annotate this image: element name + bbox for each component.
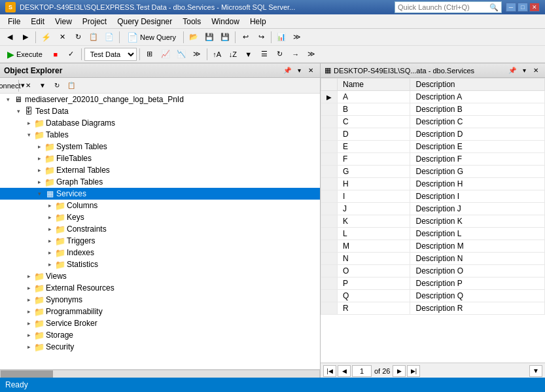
include-actual-plan-button[interactable]: 📈	[158, 47, 173, 62]
tree-area[interactable]: ▾ 🖥 mediaserver_202010_change_log_beta_P…	[0, 94, 320, 369]
refresh-button[interactable]: ↻	[71, 30, 85, 45]
properties-button[interactable]: 📄	[102, 30, 116, 45]
menu-project[interactable]: Project	[77, 16, 112, 27]
oe-refresh-button[interactable]: ↻	[50, 79, 63, 92]
table-row[interactable]: ODescription O	[321, 265, 545, 277]
include-client-stats-button[interactable]: 📉	[174, 47, 188, 62]
toggle-system-tables[interactable]: ▸	[34, 141, 44, 152]
filter-button[interactable]: ▼	[241, 47, 256, 62]
view-results-button[interactable]: 📊	[274, 30, 289, 45]
toggle-db-diagrams[interactable]: ▸	[24, 118, 34, 128]
menu-window[interactable]: Window	[206, 16, 245, 27]
restore-button[interactable]: □	[518, 3, 528, 12]
table-row[interactable]: CDescription C	[321, 116, 545, 128]
tree-item-synonyms[interactable]: ▸ 📁 Synonyms	[0, 294, 320, 306]
table-row[interactable]: EDescription E	[321, 141, 545, 153]
open-file-button[interactable]: 📂	[186, 30, 201, 45]
tree-item-views[interactable]: ▸ 📁 Views	[0, 270, 320, 282]
tree-item-statistics[interactable]: ▸ 📁 Statistics	[0, 258, 320, 270]
tree-item-filetables[interactable]: ▸ 📁 FileTables	[0, 152, 320, 164]
tree-item-system-tables[interactable]: ▸ 📁 System Tables	[0, 141, 320, 152]
nav-first-button[interactable]: |◀	[323, 365, 336, 377]
refresh-data-button[interactable]: ↻	[273, 47, 287, 62]
quick-launch-input[interactable]	[395, 3, 487, 11]
tree-item-testdata[interactable]: ▾ 🗄 Test Data	[0, 105, 320, 117]
grid-filter-button[interactable]: ▼	[529, 365, 542, 377]
tree-item-columns[interactable]: ▸ 📁 Columns	[0, 200, 320, 211]
sort-asc-button[interactable]: ↑A	[210, 47, 224, 62]
tree-item-server1[interactable]: ▾ 🖥 mediaserver_202010_change_log_beta_P…	[0, 94, 320, 105]
table-row[interactable]: IDescription I	[321, 190, 545, 203]
toggle-filetables[interactable]: ▸	[34, 153, 44, 164]
tree-item-external-resources[interactable]: ▸ 📁 External Resources	[0, 282, 320, 294]
menu-file[interactable]: File	[3, 16, 26, 27]
extra-button[interactable]: ≫	[304, 47, 319, 62]
menu-edit[interactable]: Edit	[26, 16, 50, 27]
menu-help[interactable]: Help	[245, 16, 272, 27]
tree-item-keys[interactable]: ▸ 📁 Keys	[0, 211, 320, 223]
table-row[interactable]: DDescription D	[321, 128, 545, 141]
results-more-button[interactable]: ≫	[190, 47, 204, 62]
table-row[interactable]: NDescription N	[321, 253, 545, 265]
toggle-views[interactable]: ▸	[24, 271, 34, 281]
save-all-button[interactable]: 💾	[218, 30, 232, 45]
toggle-security[interactable]: ▸	[24, 342, 34, 352]
table-row[interactable]: FDescription F	[321, 153, 545, 166]
toggle-indexes[interactable]: ▸	[44, 247, 55, 258]
parse-button[interactable]: ✓	[64, 47, 79, 62]
toggle-graph-tables[interactable]: ▸	[34, 177, 44, 187]
table-row[interactable]: MDescription M	[321, 240, 545, 253]
back-button[interactable]: ◀	[3, 30, 17, 45]
minimize-button[interactable]: ─	[506, 3, 516, 12]
table-row[interactable]: BDescription B	[321, 103, 545, 116]
group-button[interactable]: ☰	[257, 47, 272, 62]
sort-desc-button[interactable]: ↓Z	[226, 47, 240, 62]
table-row[interactable]: KDescription K	[321, 215, 545, 228]
tree-item-security[interactable]: ▸ 📁 Security	[0, 341, 320, 353]
stop-button[interactable]: ■	[48, 47, 63, 62]
redo-button[interactable]: ↪	[254, 30, 268, 45]
nav-last-button[interactable]: ▶|	[407, 365, 420, 377]
menu-tools[interactable]: Tools	[177, 16, 206, 27]
tree-item-tables[interactable]: ▾ 📁 Tables	[0, 129, 320, 141]
toggle-statistics[interactable]: ▸	[44, 259, 55, 270]
table-row[interactable]: PDescription P	[321, 277, 545, 290]
connect-button[interactable]: ⚡	[39, 30, 54, 45]
tree-item-indexes[interactable]: ▸ 📁 Indexes	[0, 247, 320, 258]
menu-query-designer[interactable]: Query Designer	[112, 16, 177, 27]
execute-button[interactable]: ▶ Execute	[3, 47, 47, 62]
page-input[interactable]	[352, 365, 372, 377]
tree-item-graph-tables[interactable]: ▸ 📁 Graph Tables	[0, 176, 320, 188]
toggle-programmability[interactable]: ▸	[24, 306, 34, 317]
oe-filter-button[interactable]: ▼	[36, 79, 49, 92]
tree-item-storage[interactable]: ▸ 📁 Storage	[0, 329, 320, 341]
rp-close-button[interactable]: ✕	[531, 65, 541, 76]
more-button[interactable]: ≫	[290, 30, 304, 45]
tree-item-constraints[interactable]: ▸ 📁 Constraints	[0, 223, 320, 235]
oe-close-button[interactable]: ✕	[306, 65, 316, 76]
close-button[interactable]: ✕	[529, 3, 540, 12]
toggle-keys[interactable]: ▸	[44, 212, 55, 223]
oe-dropdown-button[interactable]: ▾	[294, 65, 304, 76]
tree-item-db-diagrams[interactable]: ▸ 📁 Database Diagrams	[0, 117, 320, 129]
rp-pin-button[interactable]: 📌	[507, 65, 518, 76]
results-to-button[interactable]: ⊞	[143, 47, 157, 62]
toggle-constraints[interactable]: ▸	[44, 224, 55, 234]
oe-horizontal-scroll[interactable]	[0, 369, 320, 378]
toggle-tables[interactable]: ▾	[24, 130, 34, 140]
nav-prev-button[interactable]: ◀	[338, 365, 351, 377]
oe-pin-button[interactable]: 📌	[282, 65, 292, 76]
table-row[interactable]: QDescription Q	[321, 290, 545, 302]
table-row[interactable]: HDescription H	[321, 178, 545, 190]
toggle-external-tables[interactable]: ▸	[34, 165, 44, 175]
toggle-synonyms[interactable]: ▸	[24, 294, 34, 305]
toggle-storage[interactable]: ▸	[24, 330, 34, 340]
tree-item-external-tables[interactable]: ▸ 📁 External Tables	[0, 164, 320, 176]
oe-connect-button[interactable]: Connect▾	[3, 79, 16, 92]
save-button[interactable]: 💾	[202, 30, 217, 45]
table-row[interactable]: RDescription R	[321, 302, 545, 315]
oe-disconnect-button[interactable]: ✕	[22, 79, 35, 92]
toggle-service-broker[interactable]: ▸	[24, 318, 34, 329]
menu-view[interactable]: View	[50, 16, 77, 27]
toggle-triggers[interactable]: ▸	[44, 236, 55, 246]
